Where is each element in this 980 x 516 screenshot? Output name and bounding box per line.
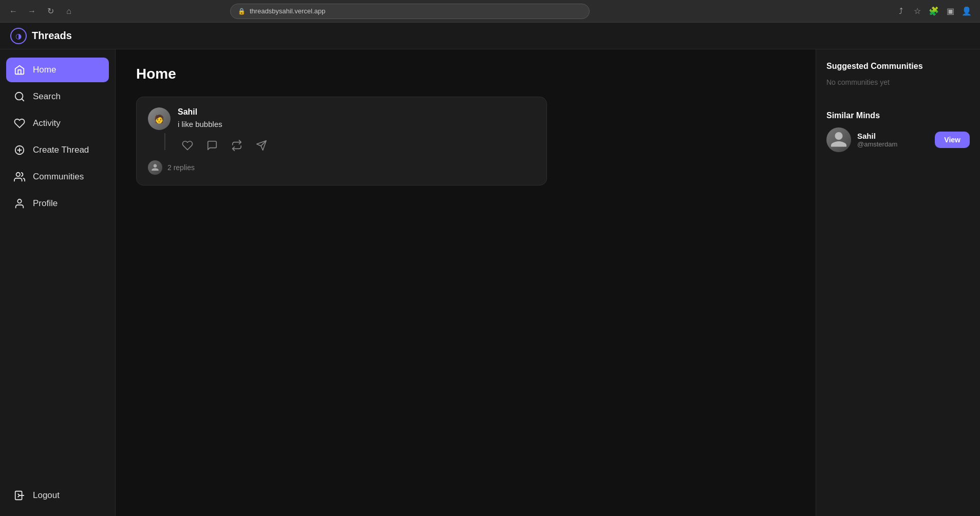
thread-author-avatar [148,107,171,130]
activity-icon [13,117,26,130]
profile-browser-button[interactable]: 👤 [959,4,974,19]
thread-text: i like bubbles [178,119,535,131]
replies-row: 2 replies [148,160,535,175]
sidebar-item-profile[interactable]: Profile [6,191,109,216]
home-icon [13,64,26,76]
similar-mind-avatar [826,127,851,152]
logo-symbol: ◑ [15,32,22,40]
suggested-communities-section: Suggested Communities No communities yet [826,62,970,86]
sidebar-item-activity-label: Activity [33,118,61,128]
home-button[interactable]: ⌂ [62,4,76,19]
thread-actions [178,138,535,153]
thread-body: Sahil i like bubbles [178,107,535,153]
comment-button[interactable] [204,138,220,153]
similar-mind-handle: @amsterdam [857,140,929,148]
sidebar-item-logout[interactable]: Logout [6,483,109,508]
app-logo: ◑ Threads [10,28,72,44]
split-view-button[interactable]: ▣ [943,4,957,19]
browser-chrome: ← → ↻ ⌂ 🔒 threadsbysahil.vercel.app ⤴ ☆ … [0,0,980,23]
logout-icon [13,489,26,502]
similar-mind-info: Sahil @amsterdam [857,132,929,148]
lock-icon: 🔒 [238,8,246,15]
communities-icon [13,171,26,183]
sidebar-item-logout-label: Logout [33,490,60,501]
bookmark-button[interactable]: ☆ [910,4,925,19]
sidebar-item-search[interactable]: Search [6,84,109,109]
search-icon [13,90,26,103]
thread-content-row: Sahil i like bubbles [148,107,535,153]
sidebar-item-activity[interactable]: Activity [6,111,109,136]
sidebar-item-create-thread[interactable]: Create Thread [6,138,109,162]
similar-mind-name: Sahil [857,132,929,140]
sidebar-item-communities-label: Communities [33,172,84,182]
browser-actions: ⤴ ☆ 🧩 ▣ 👤 [894,4,974,19]
svg-line-1 [22,99,24,101]
svg-point-6 [17,199,21,203]
sidebar-item-home[interactable]: Home [6,58,109,82]
similar-minds-section: Similar Minds Sahil @amsterdam View [826,111,970,152]
profile-icon [13,197,26,210]
repost-button[interactable] [229,138,244,153]
app-wrapper: ◑ Threads Home [0,23,980,516]
replies-count: 2 replies [167,163,195,172]
share-button[interactable] [254,138,269,153]
sidebar-item-search-label: Search [33,91,61,102]
share-browser-button[interactable]: ⤴ [894,4,908,19]
avatar-image [148,107,171,130]
suggested-communities-title: Suggested Communities [826,62,970,71]
center-content: Home Sahil i like bubbles [116,49,816,516]
similar-mind-item: Sahil @amsterdam View [826,127,970,152]
reply-avatar [148,160,162,175]
create-thread-icon [13,144,26,156]
similar-minds-title: Similar Minds [826,111,970,120]
address-bar[interactable]: 🔒 threadsbysahil.vercel.app [230,4,590,19]
app-title: Threads [32,30,72,42]
forward-button[interactable]: → [25,4,39,19]
right-sidebar: Suggested Communities No communities yet… [816,49,980,516]
sidebar-item-profile-label: Profile [33,198,58,209]
svg-point-5 [16,173,20,176]
back-button[interactable]: ← [6,4,21,19]
thread-left [148,107,171,153]
thread-line [164,133,165,150]
sidebar-item-home-label: Home [33,65,56,75]
url-text: threadsbysahil.vercel.app [250,7,325,15]
reload-button[interactable]: ↻ [43,4,58,19]
page-title: Home [136,66,795,82]
logo-icon: ◑ [10,28,27,44]
sidebar-item-create-thread-label: Create Thread [33,145,89,155]
sidebar-item-communities[interactable]: Communities [6,164,109,189]
app-header: ◑ Threads [0,23,980,49]
no-communities-text: No communities yet [826,78,970,86]
thread-author-name: Sahil [178,107,535,117]
thread-card: Sahil i like bubbles [136,97,547,186]
extensions-button[interactable]: 🧩 [927,4,941,19]
view-profile-button[interactable]: View [935,132,970,148]
like-button[interactable] [180,138,195,153]
main-layout: Home Search Activity [0,49,980,516]
sidebar: Home Search Activity [0,49,116,516]
